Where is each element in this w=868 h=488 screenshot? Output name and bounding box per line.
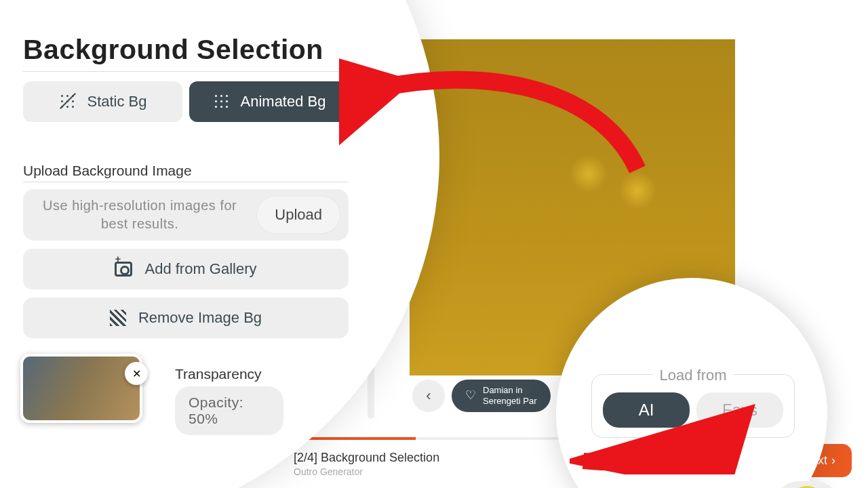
preset-name-line1: Damian in [483,385,537,396]
chevron-right-icon: › [831,453,835,468]
upload-button[interactable]: Upload [256,196,340,234]
heart-icon: ♡ [465,388,476,403]
add-from-gallery-button[interactable]: Add from Gallery [23,249,349,289]
remove-image-bg-button[interactable]: Remove Image Bg [23,298,349,338]
upload-section-label: Upload Background Image [23,163,349,182]
panel-title: Background Selection [23,34,349,72]
load-ai-tab[interactable]: AI [603,392,690,428]
chevron-left-icon: ‹ [426,387,431,405]
load-from-box: Load from AI Favs [591,374,795,438]
prev-preset-button[interactable]: ‹ [412,380,445,412]
preset-name-line2: Serengeti Par [483,396,537,407]
static-bg-icon [58,92,77,111]
camera-plus-icon [115,262,132,277]
gallery-button-label: Add from Gallery [144,260,256,278]
step-sublabel: Outro Generator [294,466,439,477]
close-icon: ✕ [132,367,141,380]
animated-bg-label: Animated Bg [241,93,326,110]
next-preset-button[interactable]: › 👆 [774,481,840,488]
upload-row: Use high-resolution images for best resu… [23,189,349,241]
step-label: [2/4] Background Selection [294,451,439,465]
opacity-value[interactable]: Opacity: 50% [175,386,283,435]
stripes-icon [110,310,126,326]
preset-tag[interactable]: ♡ Damian in Serengeti Par [452,380,551,412]
animated-bg-toggle[interactable]: Animated Bg [189,81,349,122]
bg-thumbnail[interactable] [20,354,142,423]
upload-hint: Use high-resolution images for best resu… [31,197,248,233]
static-bg-label: Static Bg [87,93,146,110]
animated-bg-icon [212,92,231,111]
remove-thumbnail-button[interactable]: ✕ [125,362,148,385]
load-from-title: Load from [652,367,733,384]
static-bg-toggle[interactable]: Static Bg [23,81,182,122]
load-favs-tab[interactable]: Favs [696,392,783,428]
remove-button-label: Remove Image Bg [138,309,262,327]
transparency-label: Transparency [175,366,283,382]
